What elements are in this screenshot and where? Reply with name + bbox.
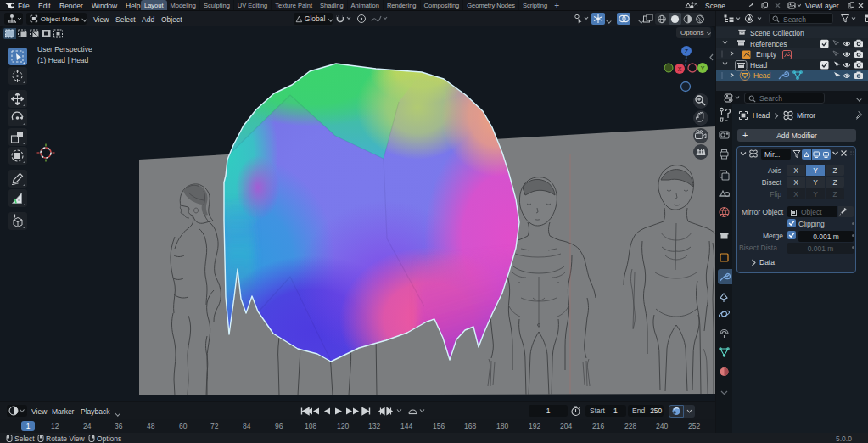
svg-text:Y: Y [701, 65, 705, 71]
svg-text:Z: Z [685, 48, 689, 54]
svg-text:User Perspective: User Perspective [37, 45, 92, 53]
svg-text:(1) Head | Head: (1) Head | Head [37, 56, 89, 64]
svg-text:X: X [678, 66, 682, 72]
